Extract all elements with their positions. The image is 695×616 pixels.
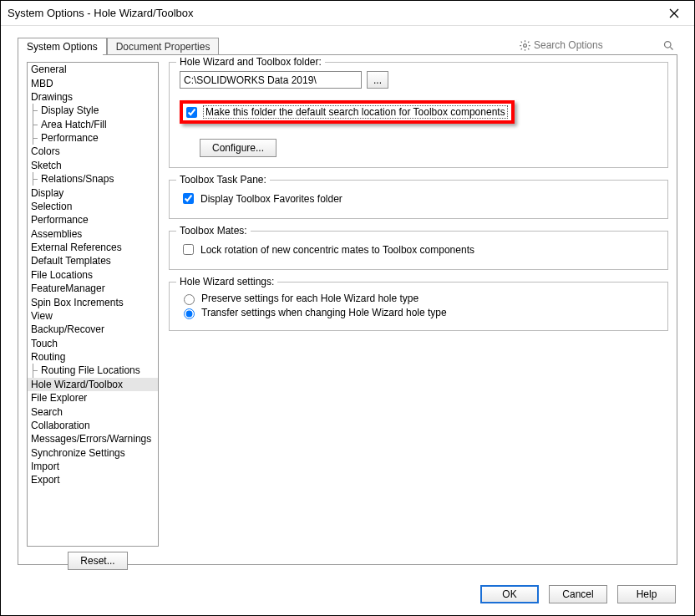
options-dialog: System Options - Hole Wizard/Toolbox Sys…: [0, 0, 695, 616]
sidebar-item[interactable]: Performance: [28, 213, 158, 227]
holewizard-group: Hole Wizard settings: Preserve settings …: [169, 282, 668, 331]
help-button[interactable]: Help: [617, 585, 676, 603]
sidebar-item[interactable]: FeatureManager: [28, 282, 158, 295]
preserve-label: Preserve settings for each Hole Wizard h…: [201, 293, 419, 304]
sidebar-item[interactable]: Synchronize Settings: [28, 446, 158, 460]
sidebar-item[interactable]: Default Templates: [28, 254, 158, 267]
folder-group-legend: Hole Wizard and Toolbox folder:: [176, 56, 325, 68]
folder-group: Hole Wizard and Toolbox folder: ... Make…: [169, 62, 668, 168]
sidebar-item[interactable]: Routing File Locations: [28, 364, 158, 377]
mates-group: Toolbox Mates: Lock rotation of new conc…: [169, 231, 668, 270]
client-area: System Options Document Properties Gener…: [1, 26, 694, 615]
tab-body: GeneralMBDDrawingsDisplay StyleArea Hatc…: [18, 55, 677, 565]
gear-icon: [517, 38, 532, 53]
search-box[interactable]: [517, 36, 676, 54]
sidebar-item[interactable]: Routing: [28, 350, 158, 364]
sidebar-item[interactable]: Spin Box Increments: [28, 295, 158, 308]
mates-group-legend: Toolbox Mates:: [176, 225, 251, 237]
default-search-label: Make this folder the default search loca…: [203, 105, 508, 119]
lock-rotation-checkbox[interactable]: [183, 244, 194, 255]
sidebar-item[interactable]: Backup/Recover: [28, 323, 158, 336]
sidebar-item[interactable]: Assemblies: [28, 227, 158, 241]
titlebar: System Options - Hole Wizard/Toolbox: [1, 1, 694, 26]
default-search-highlight: Make this folder the default search loca…: [180, 100, 515, 124]
sidebar-item[interactable]: General: [28, 63, 158, 76]
sidebar-item[interactable]: Sketch: [28, 159, 158, 172]
sidebar-item[interactable]: Collaboration: [28, 419, 158, 432]
sidebar-item[interactable]: Hole Wizard/Toolbox: [28, 378, 158, 391]
window-title: System Options - Hole Wizard/Toolbox: [8, 7, 661, 19]
svg-point-1: [664, 41, 671, 48]
sidebar-item[interactable]: Messages/Errors/Warnings: [28, 432, 158, 445]
sidebar-item[interactable]: File Explorer: [28, 391, 158, 405]
sidebar-item[interactable]: Performance: [28, 131, 158, 145]
sidebar-item[interactable]: View: [28, 309, 158, 323]
svg-point-0: [523, 43, 526, 47]
toolbox-path-input[interactable]: [180, 71, 362, 89]
tab-system-options[interactable]: System Options: [18, 38, 107, 55]
favorites-checkbox[interactable]: [183, 193, 194, 204]
lock-rotation-label: Lock rotation of new concentric mates to…: [200, 244, 474, 256]
sidebar-item[interactable]: Area Hatch/Fill: [28, 118, 158, 131]
search-input[interactable]: [532, 38, 661, 52]
sidebar-item[interactable]: Relations/Snaps: [28, 172, 158, 186]
sidebar-item[interactable]: Search: [28, 405, 158, 418]
sidebar-item[interactable]: Selection: [28, 200, 158, 213]
sidebar-item[interactable]: Display: [28, 186, 158, 199]
search-icon: [661, 38, 676, 53]
close-button[interactable]: [661, 2, 687, 25]
sidebar-item[interactable]: File Locations: [28, 268, 158, 282]
category-tree[interactable]: GeneralMBDDrawingsDisplay StyleArea Hatc…: [27, 62, 159, 547]
reset-button[interactable]: Reset...: [68, 552, 127, 570]
sidebar-item[interactable]: Display Style: [28, 104, 158, 117]
browse-button[interactable]: ...: [367, 71, 388, 89]
preserve-radio[interactable]: [184, 294, 195, 305]
sidebar-item[interactable]: Colors: [28, 145, 158, 158]
taskpane-group: Toolbox Task Pane: Display Toolbox Favor…: [169, 180, 668, 219]
cancel-button[interactable]: Cancel: [549, 585, 607, 603]
ok-button[interactable]: OK: [480, 585, 539, 603]
tab-border: [18, 54, 677, 55]
sidebar-item[interactable]: Export: [28, 473, 158, 486]
configure-button[interactable]: Configure...: [200, 139, 276, 157]
tab-document-properties[interactable]: Document Properties: [107, 38, 220, 55]
sidebar-item[interactable]: MBD: [28, 76, 158, 89]
sidebar-column: GeneralMBDDrawingsDisplay StyleArea Hatc…: [27, 62, 169, 557]
sidebar-item[interactable]: Import: [28, 460, 158, 473]
sidebar-item[interactable]: External References: [28, 241, 158, 254]
transfer-label: Transfer settings when changing Hole Wiz…: [201, 307, 447, 318]
transfer-radio[interactable]: [184, 308, 195, 319]
settings-content: Hole Wizard and Toolbox folder: ... Make…: [169, 62, 668, 557]
holewizard-group-legend: Hole Wizard settings:: [176, 276, 277, 288]
taskpane-group-legend: Toolbox Task Pane:: [176, 174, 270, 186]
sidebar-item[interactable]: Drawings: [28, 90, 158, 104]
favorites-label: Display Toolbox Favorites folder: [200, 193, 342, 205]
dialog-footer: OK Cancel Help: [480, 585, 676, 603]
default-search-checkbox[interactable]: [186, 107, 197, 118]
sidebar-item[interactable]: Touch: [28, 337, 158, 350]
